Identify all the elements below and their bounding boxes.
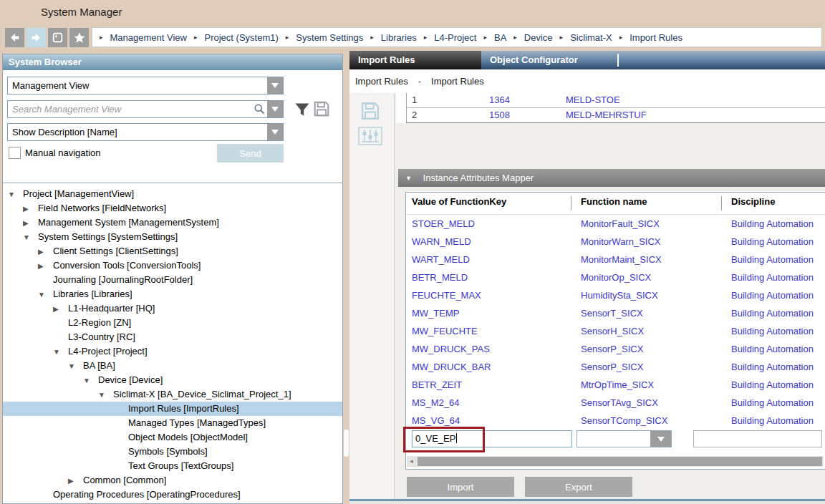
breadcrumb-item[interactable]: Import Rules (629, 32, 682, 43)
function-name-dropdown-button[interactable] (650, 431, 671, 447)
breadcrumb-item[interactable]: Device (524, 32, 553, 43)
tree-item[interactable]: Text Groups [TextGroups] (3, 459, 342, 473)
mapper-row[interactable]: MW_FEUCHTESensorH_SICXBuilding Automatio… (406, 322, 825, 340)
path-item[interactable]: Import Rules (355, 76, 408, 87)
breadcrumb: ▸Management View▸Project (System1)▸Syste… (92, 27, 822, 47)
tree-item[interactable]: ▼Project [ManagementView] (3, 187, 342, 201)
breadcrumb-item[interactable]: Management View (110, 32, 187, 43)
forward-button[interactable] (26, 28, 46, 47)
instance-attributes-mapper-header[interactable]: ▼ Instance Attributes Mapper (398, 169, 825, 187)
floppy-disk-icon (313, 100, 330, 117)
tree-expander-icon[interactable]: ▶ (23, 216, 38, 231)
mapper-row[interactable]: WART_MELDMonitorMaint_SICXBuilding Autom… (406, 251, 825, 268)
mapper-row[interactable]: MS_M2_64SensorTAvg_SICXBuilding Automati… (406, 394, 825, 412)
mapper-row[interactable]: BETR_MELDMonitorOp_SICXBuilding Automati… (406, 268, 825, 286)
mapper-row[interactable]: BETR_ZEITMtrOpTime_SICXBuilding Automati… (406, 376, 825, 394)
save-button[interactable] (360, 100, 381, 122)
tree-item[interactable]: Import Rules [ImportRules] (3, 402, 342, 416)
tree-item[interactable]: ▶Common [Common] (3, 473, 342, 488)
tree-expander-icon[interactable]: ▼ (23, 231, 38, 245)
search-input[interactable]: Search Management View (8, 101, 251, 117)
mapper-row[interactable]: MW_DRUCK_PASSensorP_SICXBuilding Automat… (406, 340, 825, 358)
export-button[interactable]: Export (525, 477, 632, 497)
tree-expander-icon[interactable]: ▶ (53, 302, 68, 316)
tree-item[interactable]: ▼BA [BA] (3, 359, 342, 373)
description-selector-dropdown-button[interactable] (267, 124, 283, 140)
settings-button[interactable] (357, 126, 383, 146)
breadcrumb-item[interactable]: System Settings (296, 32, 363, 43)
horizontal-scrollbar-thumb[interactable] (418, 457, 822, 466)
mapper-discipline: Building Automation (731, 304, 814, 322)
tree-expander-icon[interactable]: ▶ (23, 202, 38, 216)
discipline-input[interactable] (693, 430, 822, 447)
tree-item[interactable]: ▼System Settings [SystemSettings] (3, 230, 342, 244)
tree-expander-icon[interactable]: ▼ (8, 188, 23, 202)
view-selector-dropdown-button[interactable] (267, 77, 283, 94)
mapper-row[interactable]: MW_DRUCK_BARSensorP_SICXBuilding Automat… (406, 358, 825, 376)
breadcrumb-item[interactable]: L4-Project (434, 32, 476, 43)
tree-expander-icon[interactable]: ▼ (38, 288, 53, 302)
tree-item[interactable]: L3-Country [RC] (3, 330, 342, 344)
mapper-row[interactable]: STOER_MELDMonitorFault_SICXBuilding Auto… (406, 215, 825, 233)
history-button[interactable] (48, 28, 67, 47)
tree-item[interactable]: ▶Management System [ManagementSystem] (3, 215, 342, 230)
manual-navigation-checkbox[interactable] (9, 147, 21, 159)
view-selector[interactable]: Management View (7, 77, 284, 94)
save-search-button[interactable] (312, 100, 331, 118)
tree-expander-icon[interactable]: ▼ (83, 374, 98, 388)
mapper-function-name: SensorTAvg_SICX (581, 394, 658, 412)
filter-button[interactable] (294, 102, 311, 117)
section-title: Instance Attributes Mapper (423, 173, 534, 183)
search-dropdown-button[interactable] (267, 101, 283, 117)
breadcrumb-item[interactable]: BA (494, 32, 506, 43)
breadcrumb-item[interactable]: Project (System1) (205, 32, 279, 43)
mapper-row[interactable]: MW_TEMPSensorT_SICXBuilding Automation (406, 304, 825, 322)
tree-item[interactable]: ▼Siclimat-X [BA_Device_Siclimat_Project_… (3, 387, 342, 402)
tree-scrollbar-thumb[interactable] (344, 430, 349, 457)
tree-item-label: Project [ManagementView] (23, 188, 134, 199)
tree-expander-icon[interactable]: ▼ (68, 359, 83, 374)
tree-expander-icon[interactable]: ▶ (38, 245, 53, 259)
mapper-function-key: MS_M2_64 (412, 394, 459, 412)
tree-expander-icon[interactable]: ▼ (98, 388, 113, 402)
mapper-discipline: Building Automation (731, 286, 814, 304)
mapper-function-name: MtrOpTime_SICX (581, 376, 654, 394)
back-button[interactable] (5, 28, 24, 47)
tree-item[interactable]: ▶Conversion Tools [ConversionTools] (3, 258, 342, 273)
tree-item[interactable]: ▼Libraries [Libraries] (3, 287, 342, 301)
favorites-button[interactable] (69, 28, 89, 47)
description-selector[interactable]: Show Description [Name] (7, 123, 284, 141)
tree-item[interactable]: ▶Field Networks [FieldNetworks] (3, 201, 342, 215)
scroll-left-button[interactable]: ◄ (407, 456, 416, 467)
tab-object-configurator[interactable]: Object Configurator (481, 51, 614, 69)
function-name-combobox[interactable] (576, 430, 672, 447)
mapper-row[interactable]: FEUCHTE_MAXHumiditySta_SICXBuilding Auto… (406, 286, 825, 304)
breadcrumb-item[interactable]: Libraries (381, 32, 417, 43)
tab-import-rules[interactable]: Import Rules (349, 51, 481, 69)
function-key-input[interactable]: 0_VE_EP (412, 430, 572, 447)
path-item[interactable]: Import Rules (431, 76, 484, 87)
rules-grid-row[interactable]: 11364MELD-STOE (396, 93, 825, 107)
tree-item[interactable]: L2-Region [ZN] (3, 316, 342, 330)
send-button[interactable]: Send (217, 144, 284, 163)
tree-item[interactable]: Journaling [JournalingRootFolder] (3, 273, 342, 287)
mapper-function-name: SensorTComp_SICX (581, 412, 667, 430)
tree-expander-icon[interactable]: ▼ (53, 345, 68, 359)
tree-expander-icon[interactable]: ▶ (38, 259, 53, 273)
tree-item[interactable]: ▼Device [Device] (3, 373, 342, 387)
tree-item[interactable]: Symbols [Symbols] (3, 445, 342, 459)
mapper-function-name: HumiditySta_SICX (581, 286, 658, 304)
breadcrumb-item[interactable]: Siclimat-X (570, 32, 612, 43)
tree-item[interactable]: ▶L1-Headquarter [HQ] (3, 301, 342, 316)
import-button[interactable]: Import (407, 477, 514, 497)
mapper-row[interactable]: WARN_MELDMonitorWarn_SICXBuilding Automa… (406, 233, 825, 251)
tree-item[interactable]: ▼L4-Project [Project] (3, 344, 342, 359)
tree-item[interactable]: Operating Procedures [OperatingProcedure… (3, 488, 342, 502)
tree-item[interactable]: Managed Types [ManagedTypes] (3, 416, 342, 430)
rules-grid-row[interactable]: 21508MELD-MEHRSTUF (396, 108, 825, 122)
tree-item[interactable]: Object Models [ObjectModel] (3, 430, 342, 445)
column-separator (571, 196, 571, 210)
tree-expander-icon[interactable]: ▶ (68, 474, 83, 488)
tree-item[interactable]: ▶Client Settings [ClientSettings] (3, 244, 342, 258)
mapper-row[interactable]: MS_VG_64SensorTComp_SICXBuilding Automat… (406, 412, 825, 430)
